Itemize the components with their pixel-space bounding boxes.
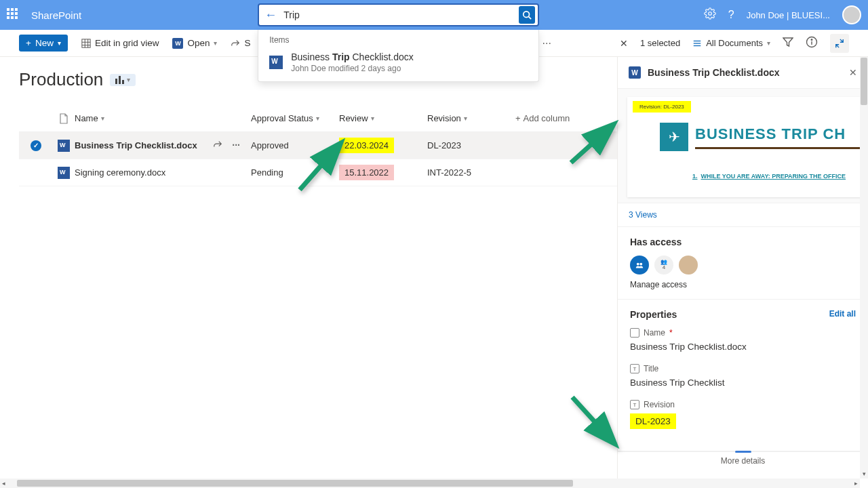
app-launcher-icon[interactable]	[7, 8, 20, 22]
file-type-column-icon[interactable]	[53, 113, 75, 124]
edit-all-link[interactable]: Edit all	[829, 309, 856, 319]
word-icon: W	[629, 66, 641, 79]
approval-status-cell: Approved	[251, 140, 339, 150]
word-file-icon	[269, 56, 283, 69]
more-details-link[interactable]: More details	[618, 451, 868, 470]
preview-revision-tag: Revision: DL-2023	[633, 101, 691, 113]
search-result-item[interactable]: Business Trip Checklist.docx John Doe mo…	[258, 47, 538, 81]
revision-cell: INT-2022-5	[427, 167, 515, 178]
search-input[interactable]	[283, 9, 519, 20]
views-count[interactable]: 3 Views	[618, 203, 868, 227]
field-icon: T	[630, 400, 639, 409]
svg-point-13	[811, 39, 812, 40]
revision-cell: DL-2023	[427, 140, 515, 150]
approval-status-column-header[interactable]: Approval Status▾	[251, 113, 339, 123]
name-property-value[interactable]: Business Trip Checklist.docx	[630, 342, 856, 352]
user-avatar[interactable]	[842, 5, 861, 24]
table-header: Name▾ Approval Status▾ Review▾ Revision▾…	[19, 105, 617, 132]
document-preview[interactable]: Revision: DL-2023 ✈ BUSINESS TRIP CH 1. …	[618, 89, 868, 203]
add-column-button[interactable]: +Add column	[515, 113, 570, 123]
more-commands-icon[interactable]: ···	[542, 37, 551, 49]
vertical-scrollbar[interactable]: ▾	[860, 57, 868, 479]
user-persona[interactable]	[679, 256, 698, 274]
app-name: SharePoint	[31, 9, 81, 21]
svg-point-2	[709, 12, 712, 16]
more-row-icon[interactable]: ···	[232, 140, 240, 151]
svg-line-1	[529, 17, 532, 20]
help-icon[interactable]: ?	[728, 9, 734, 21]
file-name[interactable]: Business Trip Checklist.docx	[75, 140, 197, 150]
info-icon[interactable]	[806, 36, 818, 51]
file-name[interactable]: Signing ceremony.docx	[75, 167, 165, 178]
share-row-icon[interactable]	[213, 140, 222, 151]
word-file-icon	[58, 140, 70, 152]
table-row[interactable]: ✓ Business Trip Checklist.docx ··· Appro…	[19, 132, 617, 159]
search-box[interactable]: ←	[258, 3, 539, 26]
approval-status-cell: Pending	[251, 167, 339, 178]
word-file-icon	[58, 167, 70, 179]
properties-heading: Properties Edit all	[630, 309, 856, 320]
revision-column-header[interactable]: Revision▾	[427, 113, 515, 123]
search-section-header: Items	[258, 30, 538, 47]
user-name[interactable]: John Doe | BLUESI...	[747, 10, 830, 20]
details-pane: W Business Trip Checklist.docx ✕ Revisio…	[617, 57, 868, 488]
preview-heading: BUSINESS TRIP CH	[695, 125, 868, 149]
title-property-label: Title	[644, 364, 658, 373]
selection-count: 1 selected	[640, 38, 680, 48]
svg-rect-3	[82, 39, 90, 47]
chevron-down-icon: ▾	[58, 39, 61, 47]
svg-point-15	[639, 263, 642, 266]
svg-point-0	[524, 12, 530, 18]
review-column-header[interactable]: Review▾	[339, 113, 427, 123]
word-icon: W	[172, 38, 183, 49]
view-options-button[interactable]: ▾	[110, 74, 136, 86]
title-property-value[interactable]: Business Trip Checklist	[630, 378, 856, 388]
airplane-icon: ✈	[660, 123, 688, 151]
row-selected-icon[interactable]: ✓	[31, 140, 41, 151]
open-button[interactable]: W Open ▾	[172, 38, 217, 49]
chevron-down-icon: ▾	[767, 39, 770, 47]
review-date-cell: 15.11.2022	[339, 165, 394, 180]
owner-persona[interactable]	[630, 256, 649, 274]
search-suggestions: Items Business Trip Checklist.docx John …	[258, 30, 539, 82]
name-property-label: Name	[644, 328, 665, 338]
group-persona[interactable]: 👥4	[654, 256, 673, 274]
search-button[interactable]	[519, 6, 535, 24]
field-icon: T	[630, 364, 639, 373]
share-button[interactable]: S	[231, 38, 250, 48]
horizontal-scrollbar[interactable]: ◂▸	[0, 479, 860, 488]
search-back-icon[interactable]: ←	[264, 8, 277, 22]
revision-property-value[interactable]: DL-2023	[630, 413, 676, 429]
search-result-title: Business Trip Checklist.docx	[291, 52, 414, 62]
revision-property-label: Revision	[644, 400, 675, 409]
review-date-cell: 22.03.2024	[339, 138, 394, 153]
clear-selection-icon[interactable]: ✕	[620, 38, 628, 49]
preview-subheading: 1. WHILE YOU ARE AWAY: PREPARING THE OFF…	[692, 173, 846, 180]
chevron-down-icon: ▾	[214, 39, 217, 47]
name-column-header[interactable]: Name▾	[75, 113, 251, 123]
edit-grid-button[interactable]: Edit in grid view	[81, 38, 159, 48]
plus-icon: +	[26, 38, 31, 48]
details-title: Business Trip Checklist.docx	[648, 67, 780, 78]
manage-access-link[interactable]: Manage access	[630, 280, 856, 289]
settings-icon[interactable]	[704, 7, 716, 22]
collapse-pane-icon[interactable]	[830, 34, 849, 53]
new-button[interactable]: + New ▾	[19, 35, 68, 52]
svg-point-14	[637, 263, 639, 266]
table-row[interactable]: Signing ceremony.docx Pending 15.11.2022…	[19, 159, 617, 186]
filter-icon[interactable]	[783, 37, 793, 50]
field-icon	[630, 328, 639, 338]
has-access-heading: Has access	[630, 237, 856, 247]
view-selector[interactable]: All Documents ▾	[692, 38, 770, 48]
row-select-icon[interactable]	[31, 167, 41, 178]
close-details-icon[interactable]: ✕	[849, 67, 857, 78]
search-result-subtitle: John Doe modified 2 days ago	[291, 64, 414, 73]
